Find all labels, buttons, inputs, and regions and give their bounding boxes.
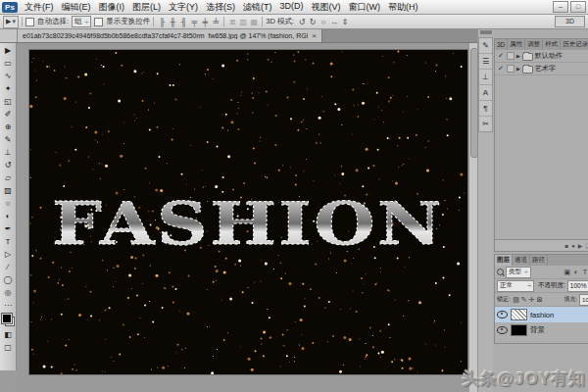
3d-roll-icon[interactable]: ↻ [308, 18, 318, 26]
align-top-edges-icon[interactable]: ╤ [189, 18, 199, 26]
panel-tab[interactable]: 图层 [495, 255, 513, 266]
zoom-tool[interactable]: ◎ [1, 286, 16, 299]
filter-adjustment-icon[interactable]: ◐ [571, 269, 580, 276]
quick-selection-tool[interactable]: ✦ [1, 82, 16, 95]
screen-mode-button[interactable]: ▢ [1, 341, 16, 354]
3d-drag-icon[interactable]: ○ [318, 18, 328, 26]
menu-item[interactable]: 文件(F) [21, 1, 58, 14]
panel-tab[interactable]: 3D [495, 39, 508, 50]
panel-tab[interactable]: 通道 [513, 255, 530, 266]
blend-mode-dropdown[interactable]: 正常 ÷ [497, 280, 534, 292]
menu-item[interactable]: 帮助(H) [384, 1, 422, 14]
auto-select-dropdown[interactable]: 组 ÷ [72, 16, 91, 27]
expand-triangle-icon[interactable]: ▶ [516, 66, 520, 72]
expand-triangle-icon[interactable]: ▶ [516, 53, 520, 59]
spot-healing-brush-tool[interactable]: ⊕ [1, 121, 16, 133]
gradient-tool[interactable]: ▨ [1, 184, 16, 197]
clone-stamp-tool[interactable]: ⊥ [1, 146, 16, 159]
distribute-h-icon[interactable]: ▥ [238, 18, 248, 26]
layer-thumbnail[interactable] [511, 309, 527, 320]
align-v-centers-icon[interactable]: ╪ [200, 18, 210, 26]
brush-tool[interactable]: ✎ [1, 133, 16, 146]
panel-tab[interactable]: 样式 [543, 39, 561, 50]
eraser-tool[interactable]: ▱ [1, 172, 16, 184]
menu-item[interactable]: 窗口(W) [345, 1, 385, 14]
close-icon[interactable]: × [312, 31, 317, 40]
dodge-tool[interactable]: ◐ [1, 210, 16, 222]
filter-type-icon[interactable]: T [580, 269, 588, 276]
menu-item[interactable]: 文字(Y) [165, 1, 202, 14]
lasso-tool[interactable]: ∿ [1, 70, 16, 82]
lock-position-icon[interactable]: ✛ [528, 296, 536, 304]
character-panel-icon[interactable]: A [479, 85, 492, 101]
expand-panels-button[interactable] [480, 30, 492, 34]
line-tool[interactable]: ∕ [1, 261, 16, 273]
include-checkmark[interactable]: ✓ [497, 65, 505, 73]
align-right-edges-icon[interactable]: ╢ [178, 18, 188, 26]
menu-item[interactable]: 滤镜(T) [239, 1, 276, 14]
eyedropper-tool[interactable]: ✐ [1, 108, 16, 121]
panel-tab[interactable]: 调整 [525, 39, 543, 50]
path-selection-tool[interactable]: ▷ [1, 248, 16, 261]
layer-row[interactable]: fashion [495, 307, 588, 322]
panel-tab[interactable]: 历史记录 [561, 39, 588, 50]
rectangular-marquee-tool[interactable]: ▭ [1, 57, 16, 70]
3d-slide-icon[interactable]: ↔ [329, 18, 339, 26]
paragraph-panel-icon[interactable]: ¶ [479, 101, 492, 117]
blur-tool[interactable]: ○ [1, 197, 16, 210]
foreground-color-swatch[interactable] [2, 314, 12, 323]
brush-panel-icon[interactable]: ✎ [479, 38, 492, 54]
include-checkmark[interactable]: ✓ [497, 52, 505, 60]
modal-control-toggle[interactable] [507, 65, 514, 73]
panel-tab[interactable]: 属性 [508, 39, 525, 50]
edit-toolbar-icon[interactable]: ⋯ [1, 299, 16, 312]
pen-tool[interactable]: ✒ [1, 222, 16, 235]
tool-preset-picker[interactable]: ▶ ▾ [3, 16, 19, 28]
move-tool[interactable]: ▶ [1, 44, 16, 57]
align-bottom-edges-icon[interactable]: ╧ [211, 18, 220, 26]
brush-presets-icon[interactable]: ☰ [479, 54, 492, 70]
opacity-dropdown[interactable]: 100% ÷ [567, 280, 588, 292]
lock-all-icon[interactable]: ⊠ [536, 296, 544, 304]
menu-item[interactable]: 图像(I) [95, 1, 129, 14]
filter-type-dropdown[interactable]: 类型 ÷ [506, 267, 531, 278]
action-set-row[interactable]: ✓ ▶ 默认动作 [495, 50, 588, 63]
show-transform-checkbox[interactable] [94, 18, 103, 26]
document-tab[interactable]: e01ab73c80239c4946f98d5b0b586e8cdfa37cfa… [18, 29, 322, 42]
menu-item[interactable]: 视图(V) [308, 1, 345, 14]
shape-tool[interactable]: ◯ [1, 273, 16, 286]
layer-row[interactable]: 背景 [495, 322, 588, 338]
toolbar-header[interactable] [0, 29, 18, 42]
record-icon[interactable]: ● [571, 243, 575, 249]
history-brush-tool[interactable]: ↺ [1, 159, 16, 172]
scrollbar-thumb[interactable] [470, 48, 478, 158]
type-tool[interactable]: T [1, 235, 16, 248]
menu-item[interactable]: 图层(L) [128, 1, 165, 14]
quick-mask-button[interactable]: ◧ [1, 328, 16, 341]
lock-pixels-icon[interactable]: ✎ [520, 296, 528, 304]
menu-item[interactable]: 选择(S) [202, 1, 239, 14]
auto-select-checkbox[interactable] [25, 18, 34, 26]
measure-log-icon[interactable]: ✂ [479, 117, 492, 131]
layer-thumbnail[interactable] [511, 324, 527, 336]
3d-rotate-icon[interactable]: ↺ [297, 18, 307, 26]
filter-pixel-icon[interactable]: ▣ [563, 269, 571, 276]
auto-align-layers-icon[interactable]: ▦ [249, 18, 259, 26]
menu-item[interactable]: 3D(D) [276, 1, 308, 14]
visibility-eye-icon[interactable] [497, 311, 508, 318]
action-set-row[interactable]: ✓ ▶ 艺术字 [495, 63, 588, 75]
distribute-v-icon[interactable]: ≣ [227, 18, 237, 26]
vertical-scrollbar[interactable] [468, 43, 477, 392]
workspace-switcher-button[interactable]: 3D [555, 16, 585, 27]
modal-control-toggle[interactable] [507, 52, 514, 60]
lock-transparency-icon[interactable]: ▨ [513, 296, 520, 304]
minimize-button[interactable]: – [553, 1, 568, 13]
canvas-document[interactable]: FASHION [28, 49, 468, 375]
fill-dropdown[interactable]: 100% ÷ [579, 294, 588, 306]
visibility-eye-icon[interactable] [497, 326, 508, 334]
align-h-centers-icon[interactable]: ╫ [168, 18, 177, 26]
align-left-edges-icon[interactable]: ╟ [157, 18, 167, 26]
stop-icon[interactable]: ■ [565, 243, 569, 249]
menu-item[interactable]: 编辑(E) [58, 1, 95, 14]
play-icon[interactable]: ▶ [578, 242, 583, 249]
